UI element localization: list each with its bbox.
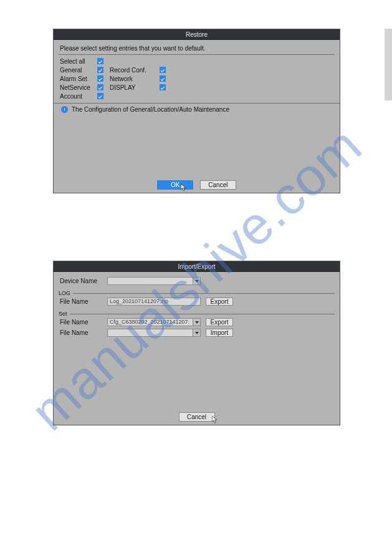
chevron-down-icon bbox=[193, 278, 200, 284]
impexp-title: Import/Export bbox=[54, 261, 340, 272]
checkbox-record[interactable] bbox=[160, 67, 166, 73]
group-set: Set bbox=[59, 311, 70, 317]
restore-title: Restore bbox=[54, 29, 340, 40]
export-log-button[interactable]: Export bbox=[206, 298, 233, 306]
import-file-combo[interactable] bbox=[107, 329, 201, 337]
opt-display-label: DISPLAY bbox=[110, 84, 160, 92]
import-export-dialog: Import/Export Device Name LOG File Name … bbox=[53, 261, 340, 425]
divider bbox=[73, 293, 335, 294]
info-text: The Configuration of General/Location/Au… bbox=[72, 106, 229, 113]
page-scroll-marker bbox=[385, 29, 392, 100]
opt-selectall-label: Select all bbox=[60, 57, 97, 66]
cancel-button[interactable]: Cancel bbox=[200, 180, 236, 190]
chevron-down-icon bbox=[193, 329, 200, 336]
log-file-input[interactable]: Log_202107141207.zip bbox=[107, 298, 201, 306]
checkbox-alarm[interactable] bbox=[97, 75, 103, 82]
divider bbox=[59, 54, 335, 55]
device-name-combo[interactable] bbox=[107, 277, 201, 285]
opt-general-label: General bbox=[60, 66, 97, 75]
checkbox-display[interactable] bbox=[160, 84, 166, 90]
opt-alarm-label: Alarm Set bbox=[60, 75, 97, 84]
restore-prompt: Please select setting entries that you w… bbox=[54, 44, 340, 54]
checkbox-netservice[interactable] bbox=[97, 84, 103, 90]
checkbox-network[interactable] bbox=[160, 75, 166, 82]
cancel-button-2[interactable]: Cancel bbox=[179, 412, 215, 422]
opt-netservice-label: NetService bbox=[60, 84, 97, 92]
info-icon: i bbox=[61, 106, 68, 113]
opt-account-label: Account bbox=[60, 92, 97, 101]
export-set-button[interactable]: Export bbox=[206, 318, 233, 326]
set-file-value: Cfg_C6380202_202107141207. bbox=[110, 319, 189, 325]
device-name-label: Device Name bbox=[60, 278, 107, 284]
restore-dialog: Restore Please select setting entries th… bbox=[53, 29, 340, 193]
chevron-down-icon bbox=[193, 319, 200, 326]
checkbox-account[interactable] bbox=[97, 93, 103, 99]
log-file-label: File Name bbox=[60, 298, 107, 305]
group-log: LOG bbox=[59, 290, 73, 296]
opt-record-label: Record Conf. bbox=[110, 66, 160, 75]
import-button[interactable]: Import bbox=[206, 329, 233, 337]
opt-network-label: Network bbox=[110, 75, 160, 84]
import-file-label: File Name bbox=[60, 329, 107, 336]
ok-button[interactable]: OK bbox=[157, 180, 193, 190]
checkbox-general[interactable] bbox=[97, 67, 103, 73]
checkbox-selectall[interactable] bbox=[97, 58, 103, 64]
set-file-combo[interactable]: Cfg_C6380202_202107141207. bbox=[107, 318, 201, 326]
divider bbox=[70, 314, 335, 314]
set-file-label: File Name bbox=[60, 319, 107, 326]
